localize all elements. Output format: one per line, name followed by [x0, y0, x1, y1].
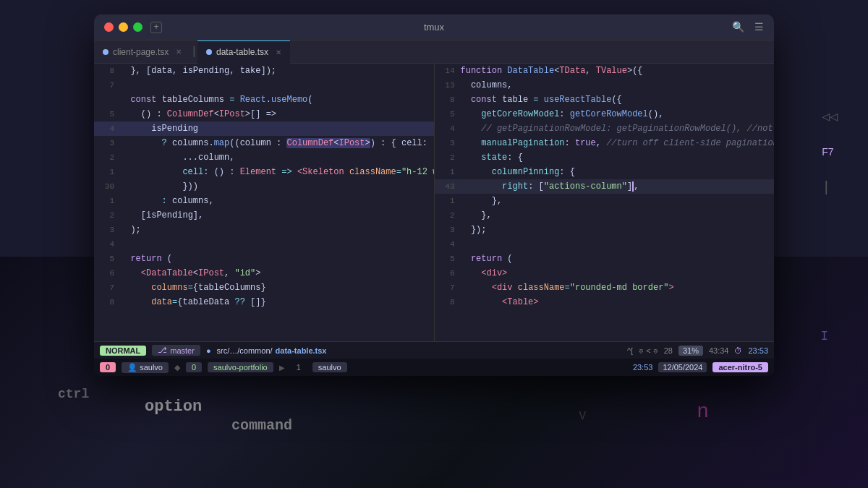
code-line: 4	[435, 237, 775, 252]
back-icon: ◁◁	[822, 108, 838, 124]
code-line: 7 columns={tableColumns}	[94, 281, 434, 295]
minimize-button[interactable]	[119, 22, 128, 32]
menu-icon[interactable]: ☰	[754, 21, 764, 33]
code-line: 5 () : ColumnDef<IPost>[] =>	[94, 107, 434, 121]
editor-window: + tmux 🔍 ☰ client-page.tsx ✕ | data-tabl…	[94, 14, 774, 376]
code-line: 8 data={tableData ?? []}	[94, 295, 434, 309]
clock-time: 23:53	[748, 346, 768, 355]
project-name: saulvo-portfolio	[208, 362, 273, 372]
right-panel: ◁◁ F7 |	[822, 108, 838, 196]
code-line: 1 : columns,	[94, 194, 434, 208]
command-key: command	[231, 417, 292, 434]
code-line: 2 [isPending],	[94, 208, 434, 223]
title-icons: 🔍 ☰	[732, 21, 764, 33]
maximize-button[interactable]	[133, 22, 142, 32]
username: 👤 saulvo	[122, 362, 169, 373]
right-pane: 14 function DataTable<TData, TValue>({ 1…	[435, 64, 775, 341]
cursor-position: 43:34	[709, 346, 729, 355]
tab-client-page[interactable]: client-page.tsx ✕	[94, 40, 190, 64]
bottom-right: 23:53 12/05/2024 acer-nitro-5	[633, 362, 768, 372]
tab-close-data-table[interactable]: ✕	[276, 48, 281, 56]
pane-separator: ▶	[279, 364, 285, 372]
code-line: 2 },	[435, 208, 775, 223]
f7-label: F7	[822, 146, 838, 158]
branch-name: master	[170, 346, 195, 355]
i-key: I	[820, 329, 828, 343]
code-line: 14 function DataTable<TData, TValue>({	[435, 64, 775, 78]
user-icon: 👤	[127, 363, 137, 372]
code-line: 1 cell: () : Element => <Skeleton classN…	[94, 165, 434, 179]
code-line: 8 }, [data, isPending, take]);	[94, 64, 434, 78]
code-line: 7 <div className="rounded-md border">	[435, 281, 775, 295]
code-line: 5 getCoreRowModel: getCoreRowModel(),	[435, 107, 775, 121]
user-label: saulvo	[140, 363, 163, 372]
bottom-time: 23:53	[633, 363, 653, 372]
v-key: V	[579, 410, 586, 423]
title-bar: + tmux 🔍 ☰	[94, 14, 774, 40]
close-button[interactable]	[104, 22, 114, 32]
code-line: 4	[94, 237, 434, 252]
window-controls: +	[104, 22, 162, 33]
pipe-icon: |	[822, 179, 838, 196]
tab-dot-client-page	[103, 49, 109, 55]
code-line: 3 manualPagination: true, //turn off cli…	[435, 136, 775, 150]
line-count: 28	[664, 346, 673, 355]
pane-number: 1	[291, 362, 307, 372]
tab-dot-data-table	[206, 49, 212, 55]
code-line: 8 const table = useReactTable({	[435, 93, 775, 107]
code-line: 8 <Table>	[435, 295, 775, 309]
git-branch: ⎇ master	[152, 345, 200, 356]
window-num: 0	[186, 362, 202, 372]
code-line: 5 return (	[94, 252, 434, 266]
caret-indicator: ^[	[627, 346, 633, 355]
code-line: 6 <div>	[435, 266, 775, 281]
option-key: option	[145, 398, 202, 416]
pane-zero: 0	[100, 362, 116, 372]
filename: data-table.tsx	[276, 346, 327, 355]
tmux-status-bar: 0 👤 saulvo ◆ 0 saulvo-portfolio ▶ 1 saul…	[94, 359, 774, 376]
code-line: 3 ? columns.map((column : ColumnDef<IPos…	[94, 136, 434, 150]
pane-name: saulvo	[312, 362, 347, 372]
code-line: 3 });	[435, 223, 775, 237]
hostname: acer-nitro-5	[712, 362, 768, 372]
code-line-highlight: 4 isPending	[94, 121, 434, 136]
tab-label-data-table: data-table.tsx	[216, 47, 268, 57]
tab-bar: client-page.tsx ✕ | data-table.tsx ✕	[94, 40, 774, 64]
code-line: 3 );	[94, 223, 434, 237]
left-code-area: 8 }, [data, isPending, take]); 7 const t…	[94, 64, 434, 309]
code-line: const tableColumns = React.useMemo(	[94, 93, 434, 107]
status-right: ^[ ⎑ < ⎑ 28 31% 43:34 ⏱ 23:53	[627, 346, 768, 356]
pane-icons: ⎑ < ⎑	[639, 346, 658, 355]
status-bar: NORMAL ⎇ master ● src/…/common/data-tabl…	[94, 341, 774, 359]
n-key: n	[697, 401, 709, 423]
vim-mode: NORMAL	[100, 346, 146, 356]
code-line: 7	[94, 78, 434, 93]
file-path: src/…/common/data-table.tsx	[217, 346, 327, 355]
right-code-area: 14 function DataTable<TData, TValue>({ 1…	[435, 64, 775, 309]
window-title: tmux	[424, 22, 444, 33]
new-pane-button[interactable]: +	[150, 22, 162, 33]
search-icon[interactable]: 🔍	[732, 21, 744, 33]
tab-separator: |	[190, 46, 197, 59]
code-line: 1 },	[435, 194, 775, 208]
code-line: 13 columns,	[435, 78, 775, 93]
code-line: 1 columnPinning: {	[435, 165, 775, 179]
code-line: 2 state: {	[435, 150, 775, 165]
tab-close-client-page[interactable]: ✕	[176, 48, 182, 56]
scroll-percent: 31%	[678, 346, 703, 356]
code-line: 6 <DataTable<IPost, "id">	[94, 266, 434, 281]
code-line-active: 43 right: ["actions-column"],	[435, 179, 775, 194]
path-prefix: src/…/common/	[217, 346, 273, 355]
editor-body: 8 }, [data, isPending, take]); 7 const t…	[94, 64, 774, 341]
tab-label-client-page: client-page.tsx	[113, 47, 169, 57]
bottom-date: 12/05/2024	[658, 362, 707, 372]
left-pane: 8 }, [data, isPending, take]); 7 const t…	[94, 64, 434, 341]
code-line: 30 }))	[94, 179, 434, 194]
code-line: 4 // getPaginationRowModel: getPaginatio…	[435, 121, 775, 136]
dot-indicator: ●	[206, 346, 211, 355]
tab-data-table[interactable]: data-table.tsx ✕	[197, 40, 290, 64]
ctrl-key: ctrl	[58, 387, 89, 401]
code-line: 2 ...column,	[94, 150, 434, 165]
branch-icon: ⎇	[158, 346, 167, 355]
separator-dot: ◆	[174, 363, 180, 372]
